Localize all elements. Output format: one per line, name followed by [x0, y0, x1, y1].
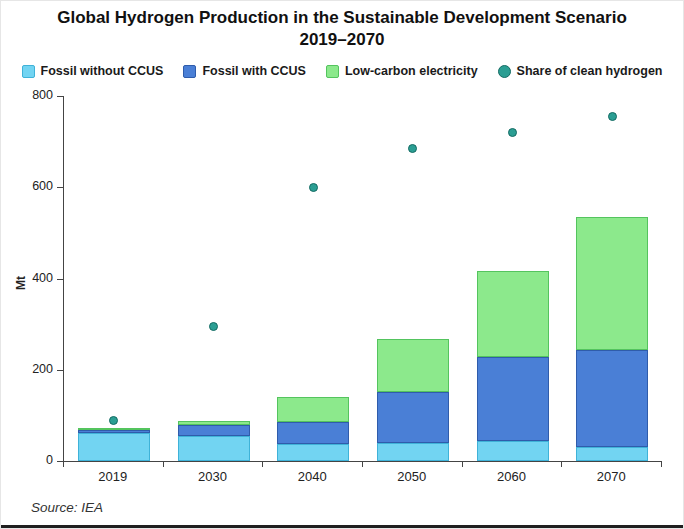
- bar-segment-fossil-with-ccus: [277, 422, 349, 444]
- bar-segment-fossil-without-ccus: [477, 441, 549, 461]
- legend-label-share-of-clean-hydrogen: Share of clean hydrogen: [517, 64, 663, 78]
- bar-segment-fossil-with-ccus: [377, 392, 449, 443]
- scatter-dot-share-of-clean-hydrogen: [408, 144, 417, 153]
- scatter-dot-share-of-clean-hydrogen: [608, 112, 617, 121]
- y-tick-label: 800: [17, 88, 53, 102]
- bar-segment-low-carbon-electricity: [477, 271, 549, 358]
- legend-label-fossil-with-ccus: Fossil with CCUS: [202, 64, 305, 78]
- y-tick-label: 200: [17, 362, 53, 376]
- legend-swatch-low-carbon-electricity-icon: [326, 65, 339, 78]
- legend-item-fossil-with-ccus: Fossil with CCUS: [183, 64, 305, 78]
- legend-label-fossil-without-ccus: Fossil without CCUS: [41, 64, 164, 78]
- bottom-divider: [1, 525, 683, 528]
- chart-figure: Global Hydrogen Production in the Sustai…: [0, 0, 684, 529]
- chart-title-line1: Global Hydrogen Production in the Sustai…: [1, 7, 683, 29]
- bar-segment-fossil-with-ccus: [477, 357, 549, 441]
- chart-title-line2: 2019–2070: [1, 29, 683, 51]
- bar-segment-fossil-without-ccus: [277, 444, 349, 461]
- legend: Fossil without CCUSFossil with CCUSLow-c…: [1, 64, 683, 78]
- bar-segment-fossil-with-ccus: [178, 425, 250, 436]
- scatter-dot-share-of-clean-hydrogen: [508, 128, 517, 137]
- bar-segment-low-carbon-electricity: [178, 421, 250, 425]
- scatter-dot-share-of-clean-hydrogen: [309, 183, 318, 192]
- source-caption: Source: IEA: [31, 500, 103, 515]
- legend-item-fossil-without-ccus: Fossil without CCUS: [22, 64, 164, 78]
- legend-item-low-carbon-electricity: Low-carbon electricity: [326, 64, 478, 78]
- bar-segment-fossil-without-ccus: [377, 443, 449, 461]
- y-tick-label: 600: [17, 179, 53, 193]
- y-tick-label: 400: [17, 271, 53, 285]
- x-tick-label-2019: 2019: [68, 469, 158, 484]
- chart-title: Global Hydrogen Production in the Sustai…: [1, 7, 683, 52]
- bar-segment-low-carbon-electricity: [78, 428, 150, 430]
- x-tick-label-2030: 2030: [168, 469, 258, 484]
- scatter-dot-share-of-clean-hydrogen: [109, 416, 118, 425]
- legend-swatch-share-of-clean-hydrogen-icon: [498, 65, 511, 78]
- bar-segment-low-carbon-electricity: [277, 397, 349, 422]
- legend-swatch-fossil-with-ccus-icon: [183, 65, 196, 78]
- bar-segment-low-carbon-electricity: [576, 217, 648, 350]
- scatter-dot-share-of-clean-hydrogen: [209, 322, 218, 331]
- bar-segment-fossil-with-ccus: [78, 430, 150, 432]
- plot-area: [63, 96, 662, 462]
- x-tick-label-2040: 2040: [267, 469, 357, 484]
- bar-segment-fossil-without-ccus: [78, 433, 150, 461]
- x-tick-label-2060: 2060: [467, 469, 557, 484]
- bar-segment-low-carbon-electricity: [377, 339, 449, 392]
- y-tick-label: 0: [17, 453, 53, 467]
- legend-label-low-carbon-electricity: Low-carbon electricity: [345, 64, 478, 78]
- x-tick-label-2070: 2070: [566, 469, 656, 484]
- bar-segment-fossil-with-ccus: [576, 350, 648, 448]
- legend-item-share-of-clean-hydrogen: Share of clean hydrogen: [498, 64, 663, 78]
- bar-segment-fossil-without-ccus: [576, 447, 648, 461]
- legend-swatch-fossil-without-ccus-icon: [22, 65, 35, 78]
- x-tick-label-2050: 2050: [367, 469, 457, 484]
- bar-segment-fossil-without-ccus: [178, 436, 250, 461]
